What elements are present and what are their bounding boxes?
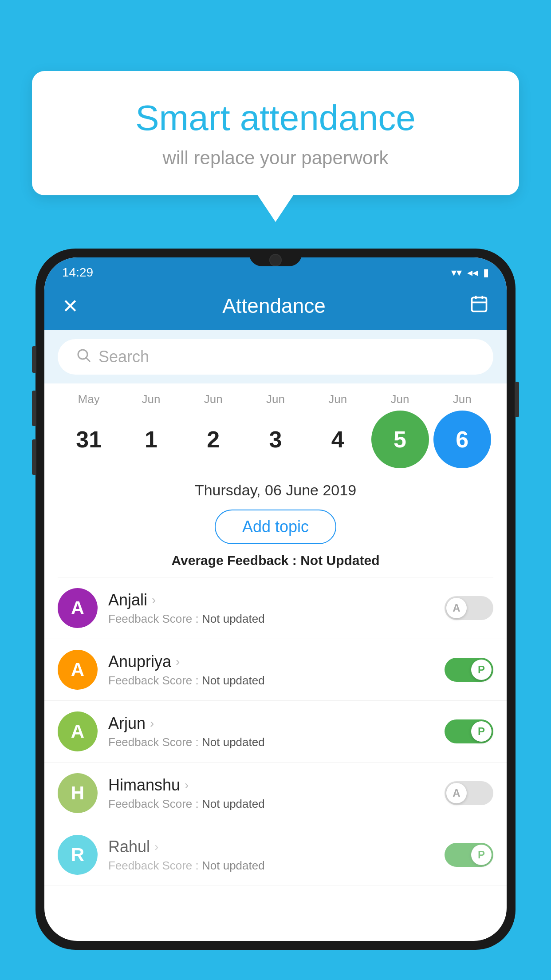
phone-screen: 14:29 ▾▾ ◂◂ ▮ ✕ Attendance [44, 257, 507, 941]
attendance-toggle-himanshu[interactable]: A [445, 781, 493, 805]
search-placeholder: Search [98, 348, 149, 366]
feedback-score-himanshu: Feedback Score : Not updated [108, 797, 445, 811]
speech-bubble-tail [258, 195, 293, 222]
chevron-icon-rahul: › [154, 840, 158, 854]
phone-side-btn-left-3 [32, 439, 36, 475]
toggle-container-anjali[interactable]: A [445, 596, 493, 620]
calendar-date-1[interactable]: 1 [122, 411, 180, 468]
student-item-arjun: A Arjun › Feedback Score : Not updated P [44, 701, 507, 763]
phone-side-btn-left-2 [32, 391, 36, 426]
phone-camera [269, 254, 282, 266]
date-label: Thursday, 06 June 2019 [58, 482, 493, 499]
calendar-section: May Jun Jun Jun Jun Jun Jun 31 1 2 3 4 5… [44, 383, 507, 473]
student-item-himanshu: H Himanshu › Feedback Score : Not update… [44, 763, 507, 824]
avatar-anjali: A [58, 588, 98, 628]
calendar-month-6: Jun [433, 392, 491, 406]
phone-side-btn-left-1 [32, 346, 36, 373]
avg-feedback-value: Not Updated [300, 553, 379, 568]
toggle-container-arjun[interactable]: P [445, 719, 493, 743]
student-name-row-anupriya: Anupriya › [108, 652, 445, 671]
calendar-date-4[interactable]: 4 [309, 411, 366, 468]
attendance-toggle-anjali[interactable]: A [445, 596, 493, 620]
calendar-date-0[interactable]: 31 [60, 411, 118, 468]
student-info-arjun: Arjun › Feedback Score : Not updated [108, 714, 445, 749]
toggle-thumb-rahul: P [471, 845, 492, 865]
calendar-month-3: Jun [247, 392, 304, 406]
toggle-thumb-anupriya: P [471, 660, 492, 680]
chevron-icon-himanshu: › [185, 778, 189, 792]
status-icons: ▾▾ ◂◂ ▮ [451, 266, 489, 279]
toggle-thumb-arjun: P [471, 721, 492, 742]
student-name-row-anjali: Anjali › [108, 591, 445, 609]
student-name-row-himanshu: Himanshu › [108, 776, 445, 794]
student-name-himanshu: Himanshu [108, 776, 180, 794]
app-header: ✕ Attendance [44, 285, 507, 330]
calendar-date-6[interactable]: 6 [433, 411, 491, 468]
phone-notch [249, 249, 302, 266]
student-name-row-arjun: Arjun › [108, 714, 445, 733]
avg-feedback: Average Feedback : Not Updated [58, 553, 493, 568]
student-item-rahul: R Rahul › Feedback Score : Not updated P [44, 824, 507, 886]
student-item-anjali: A Anjali › Feedback Score : Not updated … [44, 577, 507, 639]
phone-container: 14:29 ▾▾ ◂◂ ▮ ✕ Attendance [35, 249, 516, 980]
student-info-anjali: Anjali › Feedback Score : Not updated [108, 591, 445, 626]
attendance-toggle-anupriya[interactable]: P [445, 658, 493, 682]
student-name-rahul: Rahul [108, 838, 150, 856]
student-item-anupriya: A Anupriya › Feedback Score : Not update… [44, 639, 507, 701]
calendar-date-2[interactable]: 2 [185, 411, 242, 468]
toggle-container-rahul[interactable]: P [445, 843, 493, 867]
speech-bubble-subtitle: will replace your paperwork [67, 147, 484, 169]
student-info-rahul: Rahul › Feedback Score : Not updated [108, 838, 445, 873]
svg-rect-0 [472, 297, 487, 311]
phone-outer: 14:29 ▾▾ ◂◂ ▮ ✕ Attendance [35, 249, 516, 950]
chevron-icon-anjali: › [152, 593, 156, 607]
svg-line-5 [87, 358, 90, 362]
attendance-toggle-arjun[interactable]: P [445, 719, 493, 743]
search-container: Search [44, 330, 507, 383]
calendar-months-row: May Jun Jun Jun Jun Jun Jun [58, 392, 493, 406]
feedback-score-arjun: Feedback Score : Not updated [108, 735, 445, 749]
toggle-container-anupriya[interactable]: P [445, 658, 493, 682]
toggle-thumb-anjali: A [446, 598, 467, 618]
search-bar[interactable]: Search [58, 339, 493, 375]
calendar-month-1: Jun [122, 392, 180, 406]
phone-side-btn-right [515, 382, 519, 417]
search-icon [75, 347, 91, 367]
calendar-icon[interactable] [469, 294, 489, 318]
wifi-icon: ▾▾ [451, 266, 462, 279]
student-info-anupriya: Anupriya › Feedback Score : Not updated [108, 652, 445, 688]
calendar-dates-row: 31 1 2 3 4 5 6 [58, 411, 493, 468]
status-time: 14:29 [62, 265, 93, 280]
date-info-section: Thursday, 06 June 2019 Add topic Average… [44, 473, 507, 577]
battery-icon: ▮ [483, 266, 489, 279]
student-name-anjali: Anjali [108, 591, 147, 609]
add-topic-button[interactable]: Add topic [215, 510, 336, 544]
calendar-date-3[interactable]: 3 [247, 411, 304, 468]
student-name-anupriya: Anupriya [108, 652, 171, 671]
student-info-himanshu: Himanshu › Feedback Score : Not updated [108, 776, 445, 811]
feedback-score-anupriya: Feedback Score : Not updated [108, 674, 445, 688]
student-name-row-rahul: Rahul › [108, 838, 445, 856]
chevron-icon-anupriya: › [176, 655, 180, 669]
student-list: A Anjali › Feedback Score : Not updated … [44, 577, 507, 941]
speech-bubble-container: Smart attendance will replace your paper… [32, 71, 519, 222]
toggle-container-himanshu[interactable]: A [445, 781, 493, 805]
close-button[interactable]: ✕ [62, 295, 79, 317]
toggle-thumb-himanshu: A [446, 783, 467, 803]
avatar-himanshu: H [58, 773, 98, 813]
avatar-arjun: A [58, 711, 98, 751]
header-title: Attendance [222, 294, 326, 318]
calendar-date-5[interactable]: 5 [371, 411, 429, 468]
attendance-toggle-rahul[interactable]: P [445, 843, 493, 867]
student-name-arjun: Arjun [108, 714, 146, 733]
calendar-month-2: Jun [185, 392, 242, 406]
feedback-score-rahul: Feedback Score : Not updated [108, 859, 445, 873]
calendar-month-4: Jun [309, 392, 366, 406]
signal-icon: ◂◂ [467, 266, 478, 279]
calendar-month-0: May [60, 392, 118, 406]
avatar-anupriya: A [58, 650, 98, 690]
chevron-icon-arjun: › [150, 716, 154, 731]
avatar-rahul: R [58, 835, 98, 875]
feedback-score-anjali: Feedback Score : Not updated [108, 612, 445, 626]
speech-bubble-title: Smart attendance [67, 98, 484, 138]
